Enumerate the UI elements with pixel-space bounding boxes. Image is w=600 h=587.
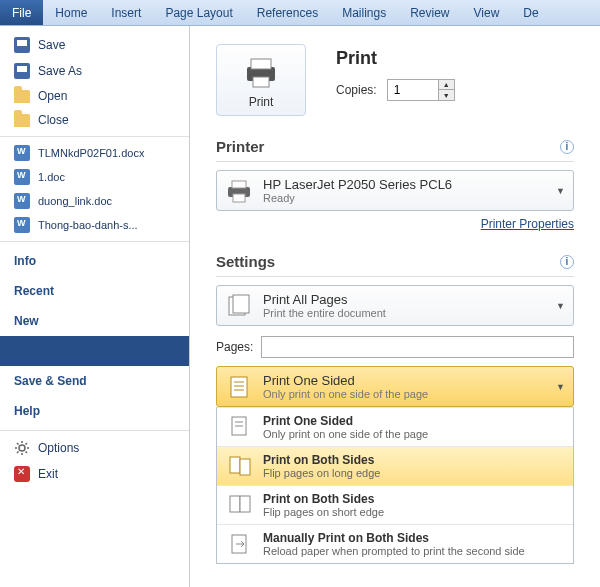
separator (0, 430, 189, 431)
opt-title: Manually Print on Both Sides (263, 531, 525, 545)
tab-view[interactable]: View (462, 0, 512, 25)
opt-sub: Flip pages on long edge (263, 467, 380, 479)
nav-help[interactable]: Help (0, 396, 189, 426)
copies-spinner[interactable]: ▲▼ (387, 79, 455, 101)
page-single-icon (227, 415, 253, 439)
tab-file[interactable]: File (0, 0, 43, 25)
word-doc-icon (14, 169, 30, 185)
recent-doc[interactable]: duong_link.doc (0, 189, 189, 213)
label: Save As (38, 64, 82, 78)
printer-icon (241, 55, 281, 89)
printer-name: HP LaserJet P2050 Series PCL6 (263, 177, 565, 192)
label: Options (38, 441, 79, 455)
label: Exit (38, 467, 58, 481)
word-doc-icon (14, 193, 30, 209)
scope-title: Print All Pages (263, 292, 565, 307)
print-heading: Print (336, 48, 455, 69)
printer-properties-link[interactable]: Printer Properties (481, 217, 574, 231)
print-scope-dropdown[interactable]: Print All Pages Print the entire documen… (216, 285, 574, 326)
svg-rect-19 (240, 496, 250, 512)
copies-label: Copies: (336, 83, 377, 97)
svg-rect-8 (233, 295, 249, 313)
nav-info[interactable]: Info (0, 246, 189, 276)
settings-heading: Settings (216, 253, 275, 270)
label: Save (38, 38, 65, 52)
tab-references[interactable]: References (245, 0, 330, 25)
tab-cutoff[interactable]: De (511, 0, 550, 25)
svg-rect-9 (231, 377, 247, 397)
spin-up-icon[interactable]: ▲ (438, 80, 454, 90)
duplex-option-long-edge[interactable]: Print on Both SidesFlip pages on long ed… (217, 446, 573, 485)
printer-small-icon (225, 178, 253, 204)
opt-title: Print One Sided (263, 414, 428, 428)
pages-input[interactable] (261, 336, 574, 358)
recent-doc[interactable]: TLMNkdP02F01.docx (0, 141, 189, 165)
backstage-save[interactable]: Save (0, 32, 189, 58)
pages-label: Pages: (216, 340, 253, 354)
tab-review[interactable]: Review (398, 0, 461, 25)
word-doc-icon (14, 145, 30, 161)
tab-mailings[interactable]: Mailings (330, 0, 398, 25)
separator (0, 136, 189, 137)
doc-name: 1.doc (38, 171, 65, 183)
page-flip-short-icon (227, 493, 253, 517)
svg-rect-3 (253, 77, 269, 87)
tab-insert[interactable]: Insert (99, 0, 153, 25)
print-button-label: Print (223, 95, 299, 109)
print-button[interactable]: Print (216, 44, 306, 116)
print-pane: Print Print Copies: ▲▼ Printeri HP La (190, 26, 600, 587)
printer-dropdown[interactable]: HP LaserJet P2050 Series PCL6 Ready ▼ (216, 170, 574, 211)
duplex-options-list: Print One SidedOnly print on one side of… (216, 407, 574, 564)
svg-rect-17 (240, 459, 250, 475)
divider (216, 161, 574, 162)
duplex-option-one-sided[interactable]: Print One SidedOnly print on one side of… (217, 407, 573, 446)
duplex-title: Print One Sided (263, 373, 565, 388)
info-icon[interactable]: i (560, 255, 574, 269)
info-icon[interactable]: i (560, 140, 574, 154)
svg-rect-18 (230, 496, 240, 512)
doc-name: TLMNkdP02F01.docx (38, 147, 144, 159)
backstage-panel: Save Save As Open Close TLMNkdP02F01.doc… (0, 26, 190, 587)
recent-doc[interactable]: 1.doc (0, 165, 189, 189)
page-manual-icon (227, 532, 253, 556)
nav-recent[interactable]: Recent (0, 276, 189, 306)
label: Close (38, 113, 69, 127)
tab-page-layout[interactable]: Page Layout (153, 0, 244, 25)
svg-rect-5 (232, 181, 246, 188)
nav-save-send[interactable]: Save & Send (0, 366, 189, 396)
nav-print[interactable]: Print (0, 336, 189, 366)
duplex-option-manual[interactable]: Manually Print on Both SidesReload paper… (217, 524, 573, 563)
chevron-down-icon: ▼ (556, 382, 565, 392)
opt-title: Print on Both Sides (263, 492, 384, 506)
opt-title: Print on Both Sides (263, 453, 380, 467)
ribbon-tabs: File Home Insert Page Layout References … (0, 0, 600, 26)
duplex-dropdown[interactable]: Print One Sided Only print on one side o… (216, 366, 574, 407)
backstage-exit[interactable]: Exit (0, 461, 189, 487)
nav-new[interactable]: New (0, 306, 189, 336)
tab-home[interactable]: Home (43, 0, 99, 25)
svg-rect-2 (251, 59, 271, 69)
opt-sub: Only print on one side of the page (263, 428, 428, 440)
recent-doc[interactable]: Thong-bao-danh-s... (0, 213, 189, 237)
copies-input[interactable] (388, 80, 438, 100)
duplex-sub: Only print on one side of the page (263, 388, 565, 400)
backstage-open[interactable]: Open (0, 84, 189, 108)
scope-sub: Print the entire document (263, 307, 565, 319)
printer-status: Ready (263, 192, 565, 204)
separator (0, 241, 189, 242)
doc-name: duong_link.doc (38, 195, 112, 207)
folder-close-icon (14, 114, 30, 127)
chevron-down-icon: ▼ (556, 186, 565, 196)
doc-name: Thong-bao-danh-s... (38, 219, 138, 231)
backstage-save-as[interactable]: Save As (0, 58, 189, 84)
page-single-icon (225, 374, 253, 400)
backstage-close[interactable]: Close (0, 108, 189, 132)
page-stack-icon (225, 293, 253, 319)
divider (216, 276, 574, 277)
duplex-option-short-edge[interactable]: Print on Both SidesFlip pages on short e… (217, 485, 573, 524)
backstage-options[interactable]: Options (0, 435, 189, 461)
spin-down-icon[interactable]: ▼ (438, 90, 454, 100)
chevron-down-icon: ▼ (556, 301, 565, 311)
save-as-icon (14, 63, 30, 79)
printer-heading: Printer (216, 138, 264, 155)
